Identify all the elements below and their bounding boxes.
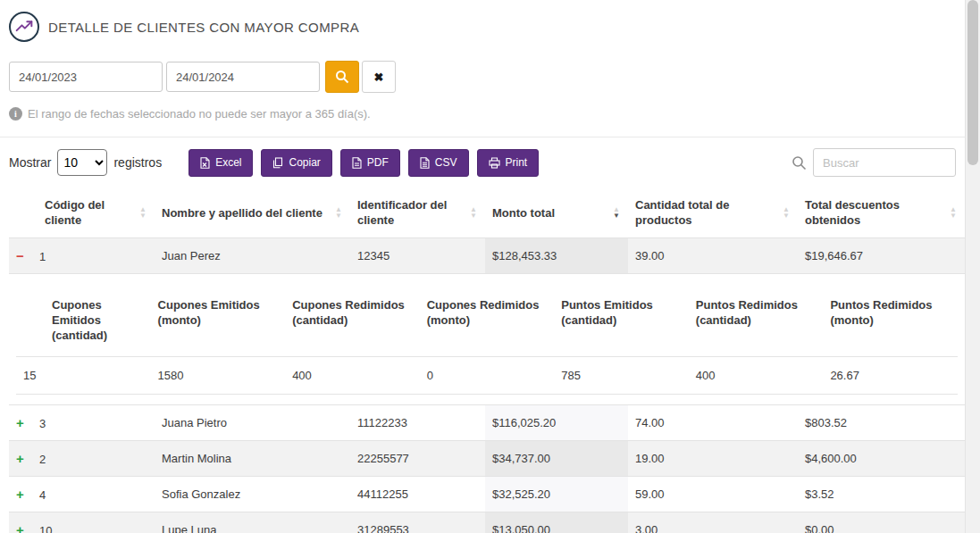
cell-identifier: 12345 xyxy=(350,238,485,274)
column-header-quantity[interactable]: Cantidad total de productos ▲▼ xyxy=(628,187,798,238)
sort-icon: ▲▼ xyxy=(335,206,342,219)
pdf-button-label: PDF xyxy=(367,156,389,169)
cell-discounts: $0.00 xyxy=(798,512,965,533)
trending-up-icon xyxy=(9,12,39,42)
detail-table: Cupones Emitidos(cantidad) Cupones Emiti… xyxy=(16,284,958,395)
excel-file-icon xyxy=(200,157,210,169)
expand-row-icon[interactable]: + xyxy=(16,415,30,430)
cell-identifier: 22255577 xyxy=(350,441,485,477)
cell-amount: $34,737.00 xyxy=(485,441,628,477)
detail-cell: 785 xyxy=(554,357,689,395)
page-size-select[interactable]: 10 xyxy=(57,149,107,176)
print-button-label: Print xyxy=(506,156,528,169)
excel-button[interactable]: Excel xyxy=(188,149,253,177)
copy-icon xyxy=(272,157,283,169)
search-input[interactable] xyxy=(813,148,956,177)
date-range-note: i El rango de fechas seleccionado no pue… xyxy=(9,107,965,121)
info-icon: i xyxy=(9,107,22,121)
cell-amount: $116,025.20 xyxy=(485,405,628,441)
cell-code: 1 xyxy=(39,250,46,263)
cell-code: 4 xyxy=(39,488,46,502)
cell-quantity: 74.00 xyxy=(628,405,798,441)
print-button[interactable]: Print xyxy=(477,149,540,177)
page-header: DETALLE DE CLIENTES CON MAYOR COMPRA xyxy=(9,11,965,43)
table-row: +4 Sofia Gonzalez 44112255 $32,525.20 59… xyxy=(9,477,965,512)
detail-cell: 26.67 xyxy=(823,357,958,395)
detail-row: Cupones Emitidos(cantidad) Cupones Emiti… xyxy=(9,274,965,405)
detail-values-row: 15 1580 400 0 785 400 26.67 xyxy=(16,357,958,395)
table-row: +3 Juana Pietro 11122233 $116,025.20 74.… xyxy=(9,405,965,441)
detail-cell: 0 xyxy=(420,357,555,395)
detail-cell: 400 xyxy=(689,357,824,395)
sort-icon: ▲▼ xyxy=(470,206,477,219)
date-filter-bar: ✖ xyxy=(9,61,965,93)
section-divider xyxy=(0,137,965,137)
detail-column-header: Puntos Redimidos(cantidad) xyxy=(689,284,824,357)
cell-name: Lupe Luna xyxy=(155,512,350,533)
column-header-code[interactable]: Código del cliente ▲▼ xyxy=(9,187,155,238)
date-from-input[interactable] xyxy=(9,62,163,92)
detail-column-header: Puntos Redimidos(monto) xyxy=(823,284,958,357)
table-row: +2 Martin Molina 22255577 $34,737.00 19.… xyxy=(9,441,965,477)
export-buttons: Excel Copiar xyxy=(188,149,539,177)
collapse-row-icon[interactable]: − xyxy=(16,248,30,263)
cell-identifier: 31289553 xyxy=(350,512,485,533)
cell-quantity: 19.00 xyxy=(628,441,798,477)
cell-code: 2 xyxy=(39,453,46,466)
column-header-amount[interactable]: Monto total ▲▼ xyxy=(485,187,628,238)
csv-file-icon xyxy=(420,157,430,169)
show-label: Mostrar xyxy=(9,155,51,170)
date-to-input[interactable] xyxy=(166,62,320,92)
detail-cell: 15 xyxy=(16,357,151,395)
column-header-discounts[interactable]: Total descuentos obtenidos ▲▼ xyxy=(798,187,965,238)
close-icon: ✖ xyxy=(374,71,384,84)
cell-discounts: $3.52 xyxy=(798,477,965,512)
expand-row-icon[interactable]: + xyxy=(16,451,30,466)
table-toolbar: Mostrar 10 registros Excel xyxy=(9,148,956,177)
pdf-button[interactable]: PDF xyxy=(340,149,400,177)
cell-name: Sofia Gonzalez xyxy=(155,477,350,512)
vertical-scrollbar[interactable] xyxy=(965,0,980,533)
column-header-identifier[interactable]: Identificador del cliente ▲▼ xyxy=(350,187,485,238)
apply-date-filter-button[interactable] xyxy=(325,61,359,93)
table-row: +10 Lupe Luna 31289553 $13,050.00 3.00 $… xyxy=(9,512,965,533)
search-icon xyxy=(792,155,807,171)
sort-icon-active-desc: ▲▼ xyxy=(613,206,620,219)
cell-identifier: 11122233 xyxy=(350,405,485,441)
cell-quantity: 39.00 xyxy=(628,238,798,274)
detail-cell: 1580 xyxy=(151,357,286,395)
cell-code: 3 xyxy=(39,417,46,430)
cell-discounts: $4,600.00 xyxy=(798,441,965,477)
sort-icon: ▲▼ xyxy=(783,206,790,219)
detail-column-header: Cupones Emitidos(monto) xyxy=(151,284,286,357)
expand-row-icon[interactable]: + xyxy=(16,487,30,502)
detail-column-header: Puntos Emitidos(cantidad) xyxy=(554,284,689,357)
cell-discounts: $803.52 xyxy=(798,405,965,441)
sort-icon: ▲▼ xyxy=(139,206,147,219)
search-box xyxy=(792,148,956,177)
detail-column-header: Cupones Emitidos(cantidad) xyxy=(16,284,151,357)
page-title: DETALLE DE CLIENTES CON MAYOR COMPRA xyxy=(48,20,359,35)
cell-quantity: 3.00 xyxy=(628,512,798,533)
cell-code: 10 xyxy=(39,524,52,533)
cell-amount: $128,453.33 xyxy=(485,238,628,274)
search-icon xyxy=(335,70,349,84)
detail-cell: 400 xyxy=(285,357,420,395)
detail-header-row: Cupones Emitidos(cantidad) Cupones Emiti… xyxy=(16,284,958,357)
expand-row-icon[interactable]: + xyxy=(16,522,30,533)
copy-button[interactable]: Copiar xyxy=(261,149,331,177)
column-header-name[interactable]: Nombre y apellido del cliente ▲▼ xyxy=(155,187,350,238)
clear-date-filter-button[interactable]: ✖ xyxy=(362,61,396,93)
content: DETALLE DE CLIENTES CON MAYOR COMPRA ✖ i xyxy=(0,0,965,533)
copy-button-label: Copiar xyxy=(289,156,320,169)
clients-table: Código del cliente ▲▼ Nombre y apellido … xyxy=(9,187,965,533)
records-label: registros xyxy=(113,155,162,170)
sort-icon: ▲▼ xyxy=(950,206,957,219)
csv-button[interactable]: CSV xyxy=(408,149,469,177)
scrollbar-thumb[interactable] xyxy=(967,0,978,165)
table-row: −1 Juan Perez 12345 $128,453.33 39.00 $1… xyxy=(9,238,965,274)
cell-amount: $13,050.00 xyxy=(485,512,628,533)
print-icon xyxy=(489,157,500,169)
cell-amount: $32,525.20 xyxy=(485,477,628,512)
cell-name: Juan Perez xyxy=(155,238,350,274)
